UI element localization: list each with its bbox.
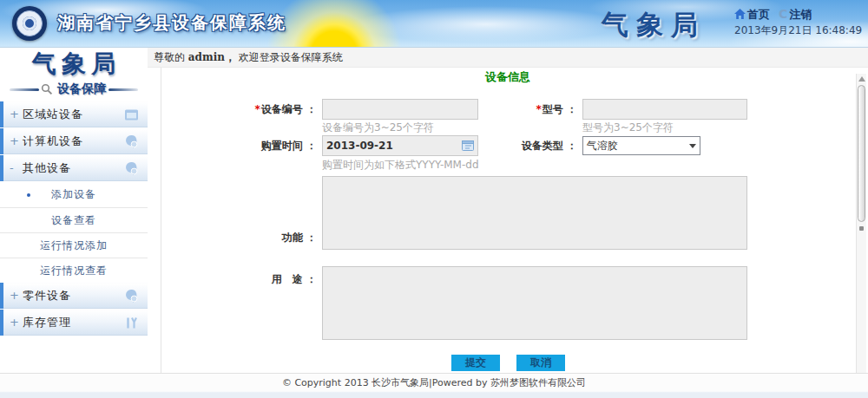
chevron-down-icon [689, 144, 696, 148]
search-icon [41, 83, 53, 95]
header-nav: 首页C注销 [734, 7, 865, 21]
bureau-emblem-logo [12, 6, 47, 41]
submit-button[interactable]: 提交 [451, 355, 500, 371]
page: 湖南省宁乡县设备保障系统 气象局 首页C注销 2013年9月21日 16:48:… [0, 0, 868, 398]
logout-icon: C [779, 7, 787, 21]
cancel-button[interactable]: 取消 [516, 355, 565, 371]
purchase-date-hint: 购置时间为如下格式YYYY-MM-dd [322, 158, 479, 172]
usage-label: 用 途 ： [221, 269, 317, 290]
device-no-hint: 设备编号为3~25个字符 [322, 121, 434, 134]
device-no-label: *设备编号 ： [221, 99, 317, 120]
sidebar-subitem-view-operation-status[interactable]: 运行情况查看 [0, 258, 148, 283]
decor-line-left [10, 88, 39, 91]
chat-icon [124, 161, 139, 176]
sidebar-logo-title: 气象局 [0, 48, 148, 81]
chat-icon [124, 289, 139, 303]
logout-link[interactable]: C注销 [779, 7, 812, 23]
sidebar-submenu-other-devices: 添加设备 设备查看 运行情况添加 运行情况查看 [0, 182, 148, 283]
welcome-prefix: 尊敬的 [154, 51, 188, 63]
active-bullet [27, 193, 30, 197]
home-icon [734, 9, 746, 19]
model-input[interactable] [582, 99, 747, 120]
menu-accent-stripe [0, 128, 3, 154]
model-hint: 型号为3~25个字符 [582, 121, 674, 134]
window-icon [124, 108, 139, 122]
expander-glyph: - [10, 156, 14, 180]
header-banner: 湖南省宁乡县设备保障系统 气象局 首页C注销 2013年9月21日 16:48:… [0, 0, 868, 48]
sidebar-item-label: 其他设备 [23, 156, 71, 180]
sidebar-subitem-label: 添加设备 [51, 188, 96, 200]
vertical-scrollbar[interactable] [856, 74, 866, 373]
sidebar-item-label: 计算机设备 [23, 129, 83, 153]
footer-copyright: © Copyright 2013 长沙市气象局|Powered by 苏州梦图软… [0, 374, 868, 393]
scroll-up-arrow-icon[interactable] [858, 76, 865, 82]
required-mark: * [255, 103, 260, 115]
welcome-suffix: 欢迎登录设备保障系统 [235, 51, 343, 63]
menu-accent-stripe [0, 283, 3, 309]
expander-glyph: + [10, 284, 19, 308]
calendar-icon[interactable] [462, 140, 474, 151]
menu-accent-stripe [0, 101, 3, 127]
sidebar-logo-subtitle: 设备保障 [57, 82, 106, 97]
model-label-text: 型号 ： [542, 103, 577, 115]
scrollbar-thumb[interactable] [858, 85, 865, 222]
device-type-select[interactable]: 气溶胶 [582, 136, 700, 155]
purchase-date-input[interactable] [322, 135, 478, 156]
menu-accent-stripe [0, 155, 3, 181]
sidebar-subitem-label: 运行情况查看 [40, 264, 108, 277]
function-textarea[interactable] [322, 176, 747, 250]
expander-glyph: + [10, 102, 19, 127]
home-link-label: 首页 [747, 8, 770, 21]
logout-link-label: 注销 [789, 8, 812, 21]
device-no-input[interactable] [322, 99, 478, 120]
sidebar-item-parts-devices[interactable]: + 零件设备 [0, 283, 148, 309]
org-title: 气象局 [597, 7, 710, 43]
usage-textarea[interactable] [322, 266, 747, 340]
model-label: *型号 ： [489, 99, 577, 120]
sidebar-item-inventory-management[interactable]: + 库存管理 [0, 310, 148, 336]
scrollbar-grip [859, 226, 864, 231]
sidebar-item-label: 库存管理 [23, 310, 71, 335]
device-type-label: 设备类型 ： [489, 135, 577, 156]
sidebar-subitem-label: 设备查看 [51, 214, 96, 226]
expander-glyph: + [10, 310, 19, 335]
header-datetime: 2013年9月21日 16:48:49 [734, 23, 862, 38]
sidebar-subitem-add-device[interactable]: 添加设备 [0, 182, 148, 207]
function-label: 功能 ： [221, 227, 317, 248]
sidebar-subitem-label: 运行情况添加 [40, 239, 108, 251]
decor-line-right [108, 88, 138, 91]
sidebar-logo: 气象局 设备保障 [0, 48, 148, 101]
home-link[interactable]: 首页 [734, 7, 770, 23]
page-title: 设备信息 [161, 69, 855, 85]
sidebar-subitem-view-device[interactable]: 设备查看 [0, 207, 148, 232]
sidebar-menu: + 区域站设备 + 计算机设备 - 其他设备 添加设备 设备查看 [0, 101, 148, 336]
sidebar-item-other-devices[interactable]: - 其他设备 [0, 155, 148, 181]
sidebar-item-label: 区域站设备 [23, 102, 83, 127]
system-title: 湖南省宁乡县设备保障系统 [57, 11, 286, 35]
content-left-divider [161, 68, 161, 373]
welcome-username: admin， [188, 51, 235, 63]
sidebar-item-regional-station-devices[interactable]: + 区域站设备 [0, 101, 148, 127]
sidebar-item-computer-devices[interactable]: + 计算机设备 [0, 128, 148, 154]
sidebar-item-label: 零件设备 [23, 284, 71, 308]
welcome-bar: 尊敬的 admin， 欢迎登录设备保障系统 [148, 48, 868, 68]
sidebar-subitem-add-operation-status[interactable]: 运行情况添加 [0, 232, 148, 258]
tools-icon [124, 316, 139, 330]
device-no-label-text: 设备编号 ： [261, 103, 317, 115]
menu-accent-stripe [0, 310, 3, 336]
device-type-selected-value: 气溶胶 [587, 140, 618, 152]
chat-icon [124, 134, 139, 149]
purchase-date-label: 购置时间 ： [221, 135, 317, 156]
required-mark: * [536, 103, 542, 115]
expander-glyph: + [10, 129, 19, 153]
sidebar-logo-subtitle-row: 设备保障 [0, 82, 148, 96]
footer: © Copyright 2013 长沙市气象局|Powered by 苏州梦图软… [0, 373, 868, 398]
bureau-emblem-core [23, 16, 36, 30]
